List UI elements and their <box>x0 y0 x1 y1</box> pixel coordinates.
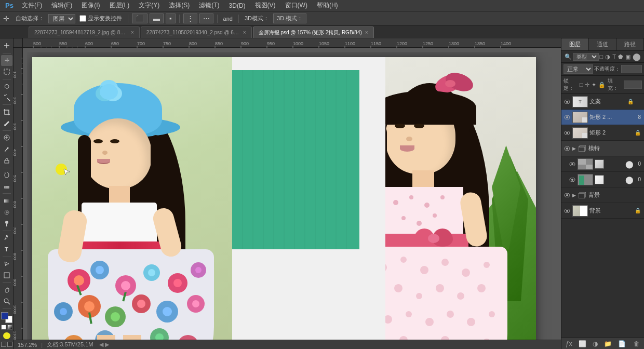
distribute-btn[interactable]: ⋮ <box>183 14 197 23</box>
adjustment-icon[interactable]: ◑ <box>604 53 611 61</box>
menu-3d[interactable]: 3D(D) <box>225 1 250 10</box>
pixel-icon[interactable]: □ <box>599 53 605 60</box>
layer-mask-btn[interactable]: ⬜ <box>576 339 588 348</box>
menu-select[interactable]: 选择(S) <box>165 0 194 11</box>
tab-2[interactable]: 全屏海报.psd @ 157% (矩形 2拷贝, RGB/84) × <box>253 26 374 38</box>
tab-close-0[interactable]: × <box>131 30 134 35</box>
tool-crop[interactable] <box>1 106 12 117</box>
tab-close-1[interactable]: × <box>243 30 246 35</box>
default-colors-btn[interactable] <box>1 325 6 330</box>
tool-wand[interactable] <box>1 92 12 103</box>
filter-toggle[interactable]: ⬤ <box>632 52 642 61</box>
smart-icon[interactable]: ▣ <box>624 53 632 61</box>
layer-group-btn[interactable]: 📁 <box>602 339 614 348</box>
layer-eye-3[interactable] <box>564 129 571 137</box>
tab-layers[interactable]: 图层 <box>561 38 589 50</box>
lock-pixel-icon[interactable]: □ <box>580 82 583 88</box>
menu-filter[interactable]: 滤镜(T) <box>195 0 223 11</box>
tool-heal[interactable] <box>1 132 12 143</box>
tool-brush[interactable] <box>1 144 12 155</box>
filter-type-icon[interactable]: 🔍 <box>564 53 573 61</box>
layer-item-mask1[interactable]: 0 ⬤ <box>561 156 644 172</box>
tool-dodge[interactable] <box>1 218 12 229</box>
standard-mode-btn[interactable] <box>1 342 6 347</box>
lock-artboard-icon[interactable]: ✦ <box>592 82 596 88</box>
group-arrow-bg[interactable]: ▶ <box>572 193 576 198</box>
shape-icon[interactable]: ⬟ <box>617 53 624 61</box>
tool-marquee[interactable] <box>1 66 12 77</box>
tool-path-select[interactable] <box>1 259 12 270</box>
layer-item-1[interactable]: T 文案 🔒 <box>561 94 644 110</box>
tool-type[interactable]: T <box>1 244 12 255</box>
tool-history[interactable] <box>1 170 12 181</box>
tool-zoom[interactable] <box>1 296 12 306</box>
menu-image[interactable]: 图像(I) <box>77 0 104 11</box>
menu-edit[interactable]: 编辑(E) <box>47 0 76 11</box>
tool-lasso[interactable] <box>1 81 12 92</box>
menu-text[interactable]: 文字(Y) <box>135 0 164 11</box>
lock-move-icon[interactable]: ✛ <box>585 82 589 88</box>
type-icon[interactable]: T <box>611 53 617 60</box>
tool-add[interactable] <box>1 41 12 51</box>
lock-all-icon[interactable]: 🔒 <box>598 82 606 88</box>
layer-group-bg[interactable]: ▶ 背景 <box>561 187 644 203</box>
layer-eye-mask1[interactable] <box>569 160 576 168</box>
tool-hand[interactable] <box>1 284 12 295</box>
tab-0[interactable]: 22874273_105944812719_2.jpg @ 83.3% (图层 … <box>29 26 140 38</box>
layer-eye-mask2[interactable] <box>569 176 576 183</box>
nav-arrows[interactable]: ◀ ▶ <box>99 341 109 348</box>
tool-eraser[interactable] <box>1 181 12 192</box>
filter-type-select[interactable]: 类型 <box>573 53 599 61</box>
3d-mode-btn[interactable]: 3D 模式： <box>273 14 306 23</box>
blend-mode-select[interactable]: 正常 <box>564 64 593 74</box>
quick-mask-btn[interactable] <box>3 332 10 339</box>
svg-rect-194 <box>578 165 586 170</box>
distribute-h-btn[interactable]: ⋯ <box>199 14 213 23</box>
tool-shape[interactable] <box>1 270 12 280</box>
align-right-btn[interactable]: ▪ <box>166 14 176 23</box>
tool-move[interactable]: ✛ <box>1 55 12 66</box>
tab-1[interactable]: 22874273_110502019340_2.psd @ 60% (图层 0,… <box>141 26 252 38</box>
layer-adjustment-btn[interactable]: ◑ <box>591 339 600 348</box>
transform-checkbox[interactable] <box>79 15 86 22</box>
layer-delete-btn[interactable]: 🗑 <box>632 339 642 348</box>
layer-group-modete[interactable]: ▶ 模特 <box>561 141 644 156</box>
tool-gradient[interactable] <box>1 195 12 206</box>
menu-file[interactable]: 文件(F) <box>18 0 46 11</box>
menu-layer[interactable]: 图层(L) <box>105 0 134 11</box>
auto-select-dropdown[interactable]: 图层 <box>48 14 75 23</box>
svg-marker-6 <box>4 95 6 96</box>
group-arrow-modete[interactable]: ▶ <box>572 146 576 151</box>
quick-color-btns <box>1 325 12 330</box>
layer-name-3: 矩形 2 <box>589 129 642 137</box>
tool-blur[interactable] <box>1 207 12 218</box>
swap-colors-btn[interactable] <box>7 325 12 330</box>
menu-help[interactable]: 帮助(H) <box>313 0 342 11</box>
layer-fx-btn[interactable]: ƒx <box>564 339 574 348</box>
layer-item-bg[interactable]: 背景 🔒 <box>561 203 644 219</box>
opacity-input[interactable]: 88% <box>621 65 642 73</box>
layers-scroll[interactable]: T 文案 🔒 矩形 2 ... 8 <box>561 94 644 338</box>
tab-channels[interactable]: 通道 <box>589 38 616 50</box>
align-left-btn[interactable]: ⬛ <box>132 14 147 23</box>
layer-item-2[interactable]: 矩形 2 ... 8 <box>561 110 644 125</box>
layer-item-mask2[interactable]: 0 ⬤ <box>561 172 644 187</box>
layer-eye-modete[interactable] <box>564 145 571 152</box>
layer-item-3[interactable]: 矩形 2 🔒 <box>561 125 644 141</box>
layer-eye-bggroup[interactable] <box>564 192 571 199</box>
tab-close-2[interactable]: × <box>365 30 368 35</box>
tab-paths[interactable]: 路径 <box>616 38 644 50</box>
menu-view[interactable]: 视图(V) <box>251 0 280 11</box>
align-center-btn[interactable]: ▬ <box>150 14 164 23</box>
tool-stamp[interactable] <box>1 155 12 166</box>
foreground-color-swatch[interactable] <box>1 312 8 319</box>
layer-eye-2[interactable] <box>564 114 571 121</box>
fullscreen-mode-btn[interactable] <box>7 342 12 347</box>
layer-eye-bg[interactable] <box>564 207 571 214</box>
layer-new-btn[interactable]: 📄 <box>616 339 628 348</box>
fill-input[interactable]: 100% <box>624 80 642 89</box>
tool-eyedropper[interactable] <box>1 118 12 129</box>
menu-window[interactable]: 窗口(W) <box>281 0 312 11</box>
layer-eye-1[interactable] <box>564 98 571 105</box>
tool-pen[interactable] <box>1 233 12 244</box>
